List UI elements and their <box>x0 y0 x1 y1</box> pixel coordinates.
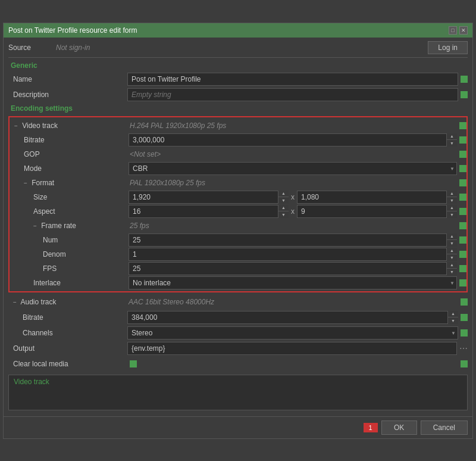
audio-bitrate-spin-wrapper: ▲ ▼ <box>127 311 458 324</box>
audio-bitrate-up-button[interactable]: ▲ <box>448 311 458 318</box>
name-input[interactable] <box>127 73 458 86</box>
channels-indicator <box>461 329 468 337</box>
aspect-h-up-button[interactable]: ▲ <box>447 205 457 212</box>
clear-local-media-label: Clear local media <box>8 360 127 368</box>
bitrate-value-area: ▲ ▼ <box>129 133 457 147</box>
cancel-button[interactable]: Cancel <box>421 420 468 435</box>
size-indicator <box>459 194 466 201</box>
aspect-w-up-button[interactable]: ▲ <box>278 205 289 212</box>
dialog-title: Post on Twitter Profile resource edit fo… <box>8 26 137 35</box>
name-indicator <box>461 76 468 83</box>
aspect-label: Aspect <box>10 207 129 216</box>
audio-collapse-icon[interactable]: − <box>13 299 17 306</box>
size-h-input[interactable] <box>297 191 457 204</box>
mode-select[interactable]: CBR VBR <box>129 162 457 175</box>
fps-spin-wrapper: ▲ ▼ <box>129 262 457 275</box>
interlace-select[interactable]: No interlace Top field first Bottom fiel… <box>129 276 457 289</box>
bitrate-down-button[interactable]: ▼ <box>447 140 457 147</box>
interlace-select-wrapper: No interlace Top field first Bottom fiel… <box>129 276 457 289</box>
preview-label: Video track <box>14 378 49 386</box>
aspect-w-input[interactable] <box>129 205 289 218</box>
video-collapse-icon[interactable]: − <box>14 123 18 129</box>
num-spin-wrapper: ▲ ▼ <box>129 233 457 247</box>
maximize-button[interactable]: □ <box>449 26 457 35</box>
video-track-box: − Video track H.264 PAL 1920x1080p 25 fp… <box>8 116 468 292</box>
clear-local-media-row: Clear local media <box>8 357 468 371</box>
size-w-down-button[interactable]: ▼ <box>278 197 289 204</box>
size-w-input[interactable] <box>129 191 289 204</box>
output-grid-icon[interactable]: ⋯ <box>459 344 468 353</box>
num-down-button[interactable]: ▼ <box>447 240 457 247</box>
bitrate-indicator <box>459 136 466 144</box>
size-h-up-button[interactable]: ▲ <box>447 191 457 198</box>
num-input[interactable] <box>129 233 457 247</box>
name-value-area <box>127 73 458 86</box>
denom-up-button[interactable]: ▲ <box>447 248 457 255</box>
channels-value-area: Stereo Mono 5.1 <box>127 326 458 339</box>
aspect-h-input[interactable] <box>297 205 457 218</box>
aspect-value-area: ▲ ▼ x ▲ ▼ <box>129 205 457 218</box>
denom-down-button[interactable]: ▼ <box>447 254 457 261</box>
video-track-indicator <box>459 122 466 129</box>
ok-button[interactable]: OK <box>381 420 417 435</box>
mode-indicator <box>459 165 466 172</box>
description-row: Description <box>8 88 468 102</box>
video-track-label: − Video track <box>10 122 129 130</box>
fps-down-button[interactable]: ▼ <box>447 269 457 275</box>
frame-rate-label: − Frame rate <box>10 222 129 230</box>
format-label: − Format <box>10 179 129 187</box>
dialog: Post on Twitter Profile resource edit fo… <box>3 23 473 439</box>
frame-rate-collapse-icon[interactable]: − <box>33 223 37 229</box>
aspect-indicator <box>459 208 466 215</box>
size-w-wrapper: ▲ ▼ <box>129 191 289 204</box>
fps-input[interactable] <box>129 262 457 275</box>
description-value-area <box>127 88 458 101</box>
title-bar-buttons: □ ✕ <box>449 26 468 35</box>
num-label: Num <box>10 236 129 244</box>
format-value: PAL 1920x1080p 25 fps <box>129 179 457 187</box>
audio-bitrate-down-button[interactable]: ▼ <box>448 317 458 324</box>
denom-input[interactable] <box>129 248 457 261</box>
video-track-row: − Video track H.264 PAL 1920x1080p 25 fp… <box>10 119 466 133</box>
size-h-down-button[interactable]: ▼ <box>447 197 457 204</box>
bitrate-up-button[interactable]: ▲ <box>447 133 457 141</box>
num-indicator <box>459 236 466 244</box>
format-collapse-icon[interactable]: − <box>24 180 27 186</box>
audio-bitrate-spin-arrows: ▲ ▼ <box>447 311 458 324</box>
denom-spin-arrows: ▲ ▼ <box>446 248 457 261</box>
video-track-summary: H.264 PAL 1920x1080p 25 fps <box>129 122 226 130</box>
num-up-button[interactable]: ▲ <box>447 233 457 241</box>
description-input[interactable] <box>127 88 458 101</box>
aspect-row: Aspect ▲ ▼ x ▲ ▼ <box>10 204 466 219</box>
denom-label: Denom <box>10 250 129 258</box>
audio-track-summary: AAC 16bit Stereo 48000Hz <box>127 298 214 306</box>
gop-row: GOP <Not set> <box>10 147 466 161</box>
audio-bitrate-label: Bitrate <box>8 313 127 322</box>
channels-select[interactable]: Stereo Mono 5.1 <box>127 326 458 339</box>
error-badge: 1 <box>364 423 378 432</box>
login-button[interactable]: Log in <box>428 41 468 54</box>
close-button[interactable]: ✕ <box>459 26 468 35</box>
bitrate-input[interactable] <box>129 133 457 147</box>
fps-label: FPS <box>10 264 129 273</box>
channels-select-wrapper: Stereo Mono 5.1 <box>127 326 458 339</box>
fps-row: FPS ▲ ▼ <box>10 261 466 276</box>
aspect-h-down-button[interactable]: ▼ <box>447 211 457 218</box>
output-input[interactable] <box>127 342 457 355</box>
description-label: Description <box>8 91 127 99</box>
frame-rate-row: − Frame rate 25 fps <box>10 219 466 233</box>
audio-bitrate-input[interactable] <box>127 311 458 324</box>
fps-up-button[interactable]: ▲ <box>447 262 457 269</box>
num-spin-arrows: ▲ ▼ <box>446 233 457 247</box>
interlace-label: Interlace <box>10 279 129 287</box>
size-w-up-button[interactable]: ▲ <box>278 191 289 198</box>
aspect-x-separator: x <box>291 207 295 216</box>
denom-spin-wrapper: ▲ ▼ <box>129 248 457 261</box>
clear-local-media-checkbox[interactable] <box>130 360 137 367</box>
generic-header: Generic <box>8 60 468 71</box>
source-label: Source <box>8 43 56 52</box>
num-value-area: ▲ ▼ <box>129 233 457 247</box>
size-h-spin-arrows: ▲ ▼ <box>446 191 457 204</box>
format-row: − Format PAL 1920x1080p 25 fps <box>10 176 466 190</box>
aspect-w-down-button[interactable]: ▼ <box>278 211 289 218</box>
